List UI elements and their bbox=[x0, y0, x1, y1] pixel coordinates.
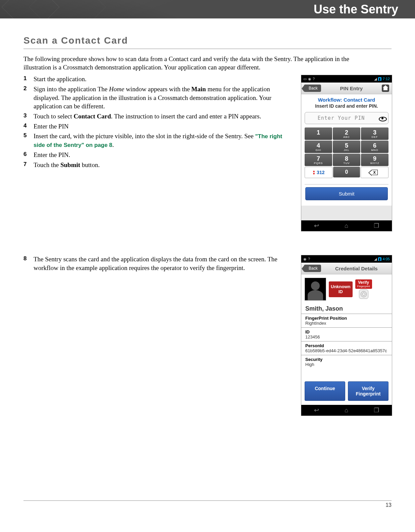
keypad: 1 2ABC 3DEF 4GHI 5JKL 6MNO 7PQRS 8TUV 9W… bbox=[301, 127, 392, 166]
key-5[interactable]: 5JKL bbox=[333, 141, 360, 153]
key-0[interactable]: 0 bbox=[333, 167, 360, 177]
status-time: 4:05 bbox=[383, 257, 390, 261]
continue-button[interactable]: Continue bbox=[305, 381, 345, 401]
avatar-placeholder bbox=[305, 278, 326, 301]
field-id: ID 123456 bbox=[301, 327, 392, 341]
screenshot-pin-entry: ▭ ◉ ? ◢ ▮ 7:12 Back PIN Entry Workflow: … bbox=[301, 75, 392, 231]
empty-footer bbox=[301, 206, 392, 220]
intro-paragraph: The following procedure shows how to sca… bbox=[23, 55, 359, 71]
pin-input[interactable]: Enter Your PIN bbox=[305, 112, 388, 124]
submit-button[interactable]: Submit bbox=[305, 187, 388, 200]
step-1: 1 Start the application. bbox=[23, 75, 293, 84]
page-number: 13 bbox=[23, 500, 392, 508]
key-8[interactable]: 8TUV bbox=[333, 154, 360, 166]
home-icon[interactable] bbox=[382, 85, 389, 92]
screen-title: Credential Details bbox=[324, 266, 389, 271]
help-icon: ? bbox=[313, 77, 315, 81]
signal-icon: ◢ bbox=[374, 77, 377, 81]
key-3[interactable]: 3DEF bbox=[361, 127, 388, 140]
signal-icon: ◢ bbox=[374, 257, 377, 261]
sync-icon: ◉ bbox=[303, 257, 307, 261]
battery-icon: ▮ bbox=[378, 77, 381, 81]
nav-back-icon[interactable]: ↩ bbox=[314, 407, 319, 414]
step-5: 5 Insert the card, with the picture visi… bbox=[23, 132, 293, 149]
unknown-id-badge: Unknown ID bbox=[329, 281, 353, 297]
chapter-title: Use the Sentry bbox=[314, 2, 398, 16]
field-security: Security High bbox=[301, 355, 392, 369]
notification-icon: ▭ bbox=[303, 77, 307, 81]
step-3: 3 Touch to select Contact Card. The inst… bbox=[23, 112, 293, 121]
step-8: 8 The Sentry scans the card and the appl… bbox=[23, 255, 293, 272]
nav-home-icon[interactable]: ⌂ bbox=[345, 222, 348, 229]
step-4: 4 Enter the PIN bbox=[23, 122, 293, 131]
verify-fingerprint-button[interactable]: Verify Fingerprint bbox=[348, 381, 388, 401]
screenshot-credential-details: ◉ ? ◢ ▮ 4:05 Back Credential Details bbox=[301, 255, 392, 416]
help-icon: ? bbox=[308, 257, 310, 261]
key-6[interactable]: 6MNO bbox=[361, 141, 388, 153]
key-4[interactable]: 4GHI bbox=[305, 141, 332, 153]
section-title: Scan a Contact Card bbox=[23, 35, 392, 49]
sync-icon: ◉ bbox=[308, 77, 311, 81]
back-button[interactable]: Back bbox=[304, 85, 321, 92]
nav-home-icon[interactable]: ⌂ bbox=[345, 407, 348, 414]
key-1[interactable]: 1 bbox=[305, 127, 332, 140]
android-status-bar: ▭ ◉ ? ◢ ▮ 7:12 bbox=[301, 75, 392, 83]
show-pin-icon[interactable] bbox=[377, 113, 387, 123]
key-7[interactable]: 7PQRS bbox=[305, 154, 332, 166]
step-2: 2 Sign into the application The Home win… bbox=[23, 85, 293, 111]
pin-placeholder: Enter Your PIN bbox=[305, 115, 377, 121]
instruction-text: Insert ID card and enter PIN. bbox=[301, 103, 392, 112]
key-9[interactable]: 9WXYZ bbox=[361, 154, 388, 166]
workflow-label: Workflow: Contact Card bbox=[301, 94, 392, 103]
android-status-bar: ◉ ? ◢ ▮ 4:05 bbox=[301, 255, 392, 263]
android-nav-bar: ↩ ⌂ ❐ bbox=[301, 220, 392, 231]
android-nav-bar: ↩ ⌂ ❐ bbox=[301, 405, 392, 416]
status-time: 7:12 bbox=[383, 77, 390, 81]
nav-recent-icon[interactable]: ❐ bbox=[374, 222, 379, 229]
key-language[interactable]: ▲▼ 312 bbox=[305, 167, 332, 178]
verify-badge[interactable]: Verify Fingerprint bbox=[355, 279, 372, 289]
back-button[interactable]: Back bbox=[304, 265, 321, 272]
step-6: 6 Enter the PIN. bbox=[23, 151, 293, 159]
nav-back-icon[interactable]: ↩ bbox=[314, 222, 319, 229]
field-personid: PersonId 61b589b5-ed44-23d4-52e486841a85… bbox=[301, 341, 392, 355]
key-2[interactable]: 2ABC bbox=[333, 127, 360, 140]
step-7: 7 Touch the Submit button. bbox=[23, 161, 293, 169]
person-name: Smith, Jason bbox=[301, 304, 392, 314]
battery-icon: ▮ bbox=[378, 257, 381, 261]
nav-recent-icon[interactable]: ❐ bbox=[374, 407, 379, 414]
key-delete[interactable]: X bbox=[361, 167, 388, 178]
fingerprint-icon[interactable] bbox=[359, 289, 368, 299]
field-fingerprint-position: FingerPrint Position RightIndex bbox=[301, 314, 392, 327]
chapter-header: Use the Sentry bbox=[0, 0, 415, 18]
screen-title: PIN Entry bbox=[324, 86, 379, 91]
